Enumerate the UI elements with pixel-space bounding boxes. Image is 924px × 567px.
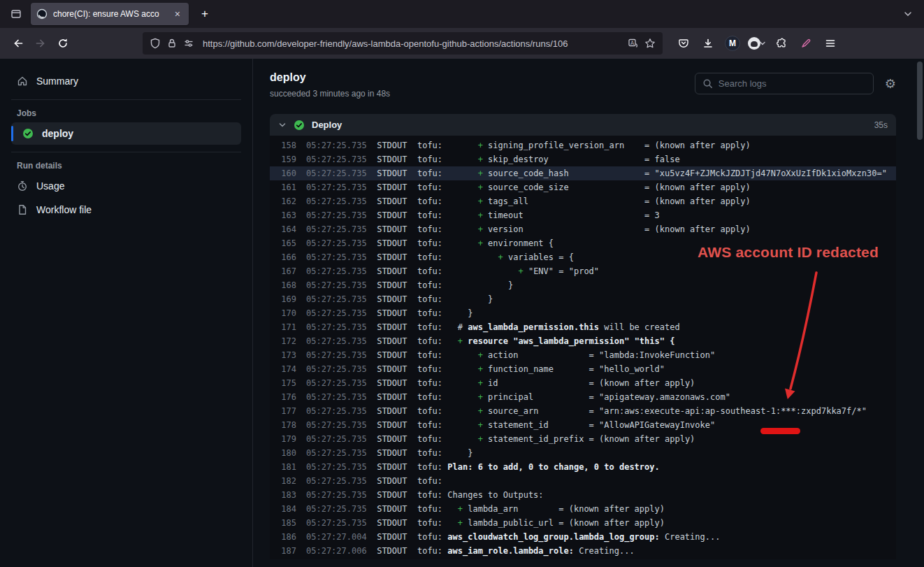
line-number[interactable]: 173 — [270, 348, 296, 362]
line-number[interactable]: 167 — [270, 264, 296, 278]
permissions-icon[interactable] — [183, 38, 194, 49]
line-number[interactable]: 185 — [270, 516, 296, 530]
line-number[interactable]: 174 — [270, 362, 296, 376]
annotation-text: AWS account ID redacted — [698, 244, 879, 261]
log-line[interactable]: 18605:27:27.004 STDOUT tofu: aws_cloudwa… — [270, 530, 896, 544]
log-line[interactable]: 16405:27:25.735 STDOUT tofu: + version =… — [270, 222, 896, 236]
downloads-button[interactable] — [697, 32, 719, 55]
line-number[interactable]: 179 — [270, 432, 296, 446]
line-number[interactable]: 158 — [270, 138, 296, 152]
line-number[interactable]: 176 — [270, 390, 296, 404]
chevron-down-icon — [904, 10, 912, 18]
log-line-text: 05:27:27.006 STDOUT tofu: aws_iam_role.l… — [306, 544, 635, 558]
log-line[interactable]: 15805:27:25.735 STDOUT tofu: + signing_p… — [270, 138, 896, 152]
lock-icon[interactable] — [166, 38, 178, 49]
log-line[interactable]: 17805:27:25.735 STDOUT tofu: + statement… — [270, 418, 896, 432]
line-number[interactable]: 178 — [270, 418, 296, 432]
tab-close-icon[interactable]: × — [172, 8, 183, 20]
log-line[interactable]: 17705:27:25.735 STDOUT tofu: + source_ar… — [270, 404, 896, 418]
log-line[interactable]: 16805:27:25.735 STDOUT tofu: } — [270, 278, 896, 292]
log-line[interactable]: 17105:27:25.735 STDOUT tofu: # aws_lambd… — [270, 320, 896, 334]
log-line-text: 05:27:25.735 STDOUT tofu: + lambda_publi… — [306, 516, 665, 530]
log-line[interactable]: 17605:27:25.735 STDOUT tofu: + principal… — [270, 390, 896, 404]
search-icon — [702, 78, 713, 89]
line-number[interactable]: 163 — [270, 208, 296, 222]
url-text[interactable]: https://github.com/developer-friendly/aw… — [203, 38, 622, 49]
log-line[interactable]: 16305:27:25.735 STDOUT tofu: + timeout =… — [270, 208, 896, 222]
log-line[interactable]: 18005:27:25.735 STDOUT tofu: } — [270, 446, 896, 460]
line-number[interactable]: 186 — [270, 530, 296, 544]
log-line[interactable]: 18305:27:25.735 STDOUT tofu: Changes to … — [270, 488, 896, 502]
log-line[interactable]: 18105:27:25.735 STDOUT tofu: Plan: 6 to … — [270, 460, 896, 474]
browser-tab[interactable]: chore(CI): ensure AWS acco × — [31, 3, 189, 25]
log-line[interactable]: 16005:27:25.735 STDOUT tofu: + source_co… — [270, 166, 896, 180]
line-number[interactable]: 177 — [270, 404, 296, 418]
account-avatar-button[interactable]: M — [721, 32, 744, 55]
tracking-protection-shield-icon[interactable] — [150, 38, 161, 49]
line-number[interactable]: 175 — [270, 376, 296, 390]
new-tab-button[interactable]: + — [194, 3, 215, 24]
log-line[interactable]: 17005:27:25.735 STDOUT tofu: } — [270, 306, 896, 320]
search-logs-input[interactable] — [719, 78, 866, 89]
log-line[interactable]: 17905:27:25.735 STDOUT tofu: + statement… — [270, 432, 896, 446]
line-number[interactable]: 159 — [270, 152, 296, 166]
list-all-tabs-button[interactable] — [897, 3, 918, 24]
line-number[interactable]: 180 — [270, 446, 296, 460]
log-line[interactable]: 18705:27:27.006 STDOUT tofu: aws_iam_rol… — [270, 544, 896, 558]
log-line[interactable]: 16905:27:25.735 STDOUT tofu: } — [270, 292, 896, 306]
line-number[interactable]: 172 — [270, 334, 296, 348]
line-number[interactable]: 170 — [270, 306, 296, 320]
log-line[interactable]: 17405:27:25.735 STDOUT tofu: + function_… — [270, 362, 896, 376]
log-line-text: 05:27:25.735 STDOUT tofu: + statement_id… — [306, 432, 695, 446]
log-line[interactable]: 18405:27:25.735 STDOUT tofu: + lambda_ar… — [270, 502, 896, 516]
sidebar-item-summary[interactable]: Summary — [11, 70, 241, 92]
log-settings-gear-icon[interactable]: ⚙ — [885, 78, 896, 90]
log-line[interactable]: 18505:27:25.735 STDOUT tofu: + lambda_pu… — [270, 516, 896, 530]
line-number[interactable]: 187 — [270, 544, 296, 558]
line-number[interactable]: 166 — [270, 250, 296, 264]
log-line[interactable]: 16105:27:25.735 STDOUT tofu: + source_co… — [270, 180, 896, 194]
line-number[interactable]: 160 — [270, 166, 296, 180]
line-number[interactable]: 161 — [270, 180, 296, 194]
log-line[interactable]: 16705:27:25.735 STDOUT tofu: + "ENV" = "… — [270, 264, 896, 278]
bookmark-star-icon[interactable] — [644, 38, 656, 49]
sidebar-item-job-deploy[interactable]: deploy — [11, 122, 241, 145]
log-line[interactable]: 15905:27:25.735 STDOUT tofu: + skip_dest… — [270, 152, 896, 166]
log-group-header[interactable]: Deploy 35s — [270, 114, 896, 136]
reload-button[interactable] — [52, 32, 74, 55]
search-logs-box[interactable] — [695, 73, 874, 94]
highlighter-pen-button[interactable] — [795, 32, 817, 55]
log-line[interactable]: 17205:27:25.735 STDOUT tofu: + resource … — [270, 334, 896, 348]
sidebar-item-workflow-file[interactable]: Workflow file — [11, 199, 241, 221]
back-button[interactable] — [7, 32, 29, 55]
line-number[interactable]: 184 — [270, 502, 296, 516]
page-scrollbar[interactable] — [917, 62, 923, 140]
line-number[interactable]: 165 — [270, 236, 296, 250]
log-line[interactable]: 17505:27:25.735 STDOUT tofu: + id = (kno… — [270, 376, 896, 390]
log-line[interactable]: 16205:27:25.735 STDOUT tofu: + tags_all … — [270, 194, 896, 208]
translate-icon[interactable]: A — [628, 38, 639, 49]
sidebar-item-usage[interactable]: Usage — [11, 175, 241, 197]
line-number[interactable]: 183 — [270, 488, 296, 502]
line-number[interactable]: 171 — [270, 320, 296, 334]
line-number[interactable]: 164 — [270, 222, 296, 236]
log-line-text: 05:27:25.735 STDOUT tofu: } — [306, 446, 472, 460]
log-line[interactable]: 17305:27:25.735 STDOUT tofu: + action = … — [270, 348, 896, 362]
log-line-text: 05:27:25.735 STDOUT tofu: + statement_id… — [306, 418, 715, 432]
line-number[interactable]: 169 — [270, 292, 296, 306]
firefox-view-button[interactable] — [6, 3, 27, 24]
extensions-button[interactable] — [770, 32, 793, 55]
pocket-button[interactable] — [672, 32, 695, 55]
line-number[interactable]: 181 — [270, 460, 296, 474]
line-number[interactable]: 182 — [270, 474, 296, 488]
url-bar[interactable]: https://github.com/developer-friendly/aw… — [143, 32, 663, 55]
chevron-down-icon — [278, 121, 287, 129]
log-line[interactable]: 18205:27:25.735 STDOUT tofu: — [270, 474, 896, 488]
line-number[interactable]: 162 — [270, 194, 296, 208]
sidebar-divider — [11, 152, 241, 152]
log-line-text: 05:27:25.735 STDOUT tofu: + timeout = 3 — [306, 208, 660, 222]
github-extension-button[interactable] — [746, 32, 768, 55]
line-number[interactable]: 168 — [270, 278, 296, 292]
log-line-text: 05:27:25.735 STDOUT tofu: + principal = … — [306, 390, 730, 404]
app-menu-button[interactable] — [819, 32, 842, 55]
